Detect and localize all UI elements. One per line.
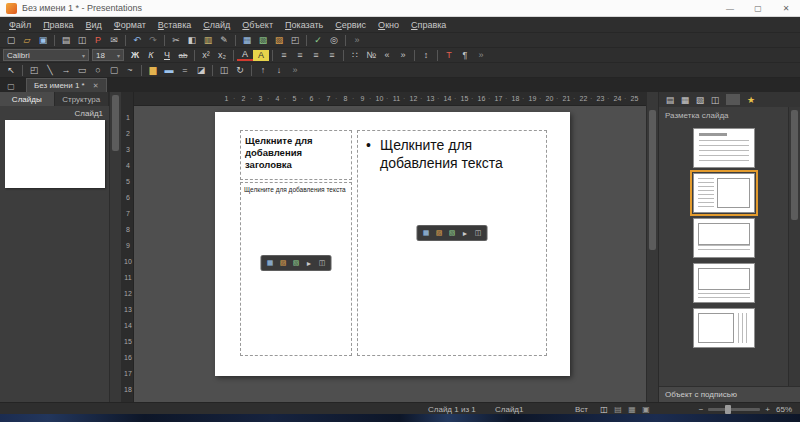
- layout-big-content[interactable]: [693, 263, 755, 303]
- italic-icon[interactable]: К: [143, 49, 159, 62]
- cut-icon[interactable]: ✂: [168, 34, 184, 47]
- layout-pane-icon[interactable]: ▤: [663, 93, 677, 106]
- slide[interactable]: Щелкните для добавления заголовка Щелкни…: [215, 112, 570, 376]
- insert-chart-icon[interactable]: ▨: [278, 258, 289, 268]
- insert-object-icon[interactable]: ◫: [317, 258, 328, 268]
- bring-front-icon[interactable]: ↑: [255, 64, 271, 77]
- layout-content-bottom-title[interactable]: [693, 218, 755, 258]
- toolbar-overflow-icon[interactable]: »: [473, 49, 489, 62]
- save-icon[interactable]: ▣: [35, 34, 51, 47]
- insert-textframe-icon[interactable]: ◰: [287, 34, 303, 47]
- fill-color-icon[interactable]: ▆: [145, 64, 161, 77]
- line-color-icon[interactable]: ▬: [161, 64, 177, 77]
- close-icon[interactable]: ✕: [772, 0, 800, 16]
- text-box-icon[interactable]: ◰: [26, 64, 42, 77]
- menu-item[interactable]: Правка: [37, 19, 79, 31]
- line-style-icon[interactable]: =: [177, 64, 193, 77]
- strikethrough-icon[interactable]: ab: [175, 49, 191, 62]
- menu-item[interactable]: Объект: [236, 19, 279, 31]
- layout-content-right-caption[interactable]: [693, 308, 755, 348]
- font-size-combobox[interactable]: 18: [92, 49, 124, 61]
- insert-table-icon[interactable]: ▦: [265, 258, 276, 268]
- draw-rounded-rect-icon[interactable]: ▢: [106, 64, 122, 77]
- slides-panel-scrollbar[interactable]: [110, 92, 122, 402]
- toolbar-overflow-icon[interactable]: »: [287, 64, 303, 77]
- zoom-in-icon[interactable]: +: [765, 405, 770, 414]
- draw-rectangle-icon[interactable]: ▭: [74, 64, 90, 77]
- select-pointer-icon[interactable]: ↖: [3, 64, 19, 77]
- menu-item[interactable]: Слайд: [197, 19, 236, 31]
- text-placeholder[interactable]: Щелкните для добавления текста ▦▨▧►◫: [240, 182, 352, 356]
- zoom-slider-thumb[interactable]: [725, 405, 731, 414]
- align-justify-icon[interactable]: ≡: [324, 49, 340, 62]
- redo-icon[interactable]: ↷: [145, 34, 161, 47]
- open-folder-icon[interactable]: ▱: [19, 34, 35, 47]
- line-spacing-icon[interactable]: ↕: [418, 49, 434, 62]
- underline-icon[interactable]: Ч: [159, 49, 175, 62]
- favorites-star-icon[interactable]: ★: [744, 93, 758, 106]
- format-painter-icon[interactable]: ✎: [216, 34, 232, 47]
- group-icon[interactable]: ◫: [216, 64, 232, 77]
- align-center-icon[interactable]: ≡: [292, 49, 308, 62]
- zoom-out-icon[interactable]: −: [699, 405, 704, 414]
- insert-media-icon[interactable]: ►: [304, 258, 315, 268]
- insert-table-icon[interactable]: ▦: [239, 34, 255, 47]
- insert-chart-icon[interactable]: ▨: [271, 34, 287, 47]
- search-icon[interactable]: ◎: [326, 34, 342, 47]
- zoom-slider[interactable]: [708, 408, 760, 411]
- view-normal-icon[interactable]: ◫: [598, 404, 610, 414]
- scrollbar-thumb[interactable]: [649, 110, 656, 250]
- transition-pane-icon[interactable]: ▧: [693, 93, 707, 106]
- text-frame-icon[interactable]: Т: [441, 49, 457, 62]
- menu-item[interactable]: Файл: [3, 19, 37, 31]
- subscript-icon[interactable]: x₂: [214, 49, 230, 62]
- menu-item[interactable]: Справка: [405, 19, 452, 31]
- superscript-icon[interactable]: x²: [198, 49, 214, 62]
- layout-object-with-caption[interactable]: [693, 173, 755, 213]
- undo-icon[interactable]: ↶: [129, 34, 145, 47]
- panel-tab[interactable]: Слайды: [0, 92, 55, 106]
- insert-object-icon[interactable]: ◫: [473, 228, 484, 238]
- slide-thumbnail[interactable]: [5, 120, 105, 188]
- draw-ellipse-icon[interactable]: ○: [90, 64, 106, 77]
- draw-line-icon[interactable]: ╲: [42, 64, 58, 77]
- view-slide-sorter-icon[interactable]: ▦: [626, 404, 638, 414]
- insert-chart-icon[interactable]: ▨: [434, 228, 445, 238]
- shadow-icon[interactable]: ◪: [193, 64, 209, 77]
- insert-image-icon[interactable]: ▧: [447, 228, 458, 238]
- paragraph-mark-icon[interactable]: ¶: [457, 49, 473, 62]
- numbered-list-icon[interactable]: №: [363, 49, 379, 62]
- send-email-icon[interactable]: ✉: [106, 34, 122, 47]
- scrollbar-thumb[interactable]: [791, 110, 798, 220]
- panel-tab[interactable]: Структура: [55, 92, 110, 106]
- paste-icon[interactable]: ▥: [200, 34, 216, 47]
- insert-image-icon[interactable]: ▧: [255, 34, 271, 47]
- view-notes-icon[interactable]: ▣: [640, 404, 652, 414]
- highlight-color-icon[interactable]: А: [253, 50, 269, 61]
- new-document-icon[interactable]: ▢: [3, 34, 19, 47]
- view-outline-icon[interactable]: ▤: [612, 404, 624, 414]
- tab-close-icon[interactable]: ✕: [93, 82, 99, 90]
- bold-icon[interactable]: Ж: [127, 49, 143, 62]
- toolbar-overflow-icon[interactable]: »: [349, 34, 365, 47]
- decrease-indent-icon[interactable]: «: [379, 49, 395, 62]
- layout-title-content[interactable]: [693, 128, 755, 168]
- font-color-icon[interactable]: А: [237, 49, 253, 61]
- animation-pane-icon[interactable]: ◫: [708, 93, 722, 106]
- document-tab[interactable]: Без имени 1 * ✕: [26, 78, 107, 92]
- insert-table-icon[interactable]: ▦: [421, 228, 432, 238]
- scrollbar-thumb[interactable]: [112, 95, 119, 151]
- print-preview-icon[interactable]: ◫: [74, 34, 90, 47]
- menu-item[interactable]: Сервис: [329, 19, 372, 31]
- copy-icon[interactable]: ◧: [184, 34, 200, 47]
- maximize-icon[interactable]: ▢: [744, 0, 772, 16]
- spell-check-icon[interactable]: ✓: [310, 34, 326, 47]
- menu-item[interactable]: Вид: [80, 19, 108, 31]
- rotate-icon[interactable]: ↻: [232, 64, 248, 77]
- canvas-scrollbar[interactable]: [646, 92, 658, 402]
- bullet-list-icon[interactable]: ∷: [347, 49, 363, 62]
- design-pane-icon[interactable]: ▦: [678, 93, 692, 106]
- menu-item[interactable]: Вставка: [152, 19, 197, 31]
- windows-taskbar[interactable]: [0, 414, 800, 422]
- menu-item[interactable]: Окно: [372, 19, 405, 31]
